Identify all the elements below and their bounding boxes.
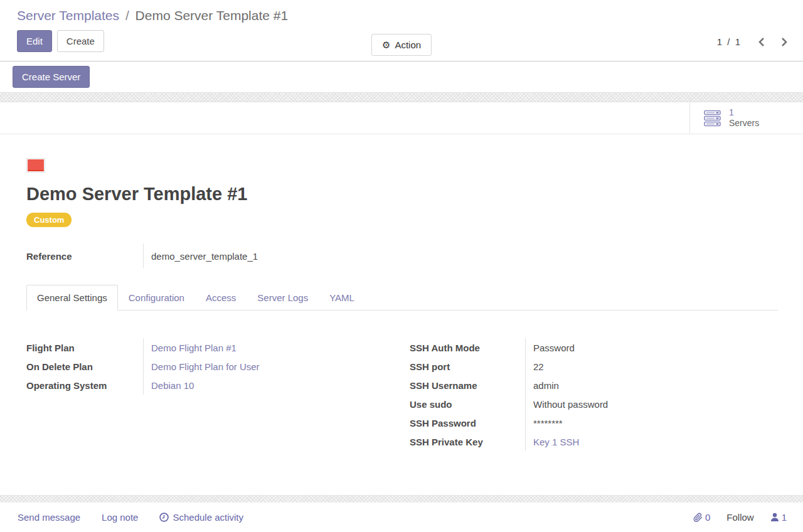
ssh-private-key-value-link[interactable]: Key 1 SSH xyxy=(533,437,579,447)
action-button[interactable]: ⚙ Action xyxy=(371,34,432,56)
schedule-activity-label: Schedule activity xyxy=(173,512,243,523)
gear-icon: ⚙ xyxy=(382,40,390,50)
log-note-label: Log note xyxy=(102,512,138,523)
servers-stat-button[interactable]: 1 Servers xyxy=(689,102,803,134)
chatter-right-group: 0 Follow 1 xyxy=(693,512,787,523)
chevron-left-icon[interactable] xyxy=(758,37,765,47)
operating-system-label: Operating System xyxy=(26,376,143,395)
background-hatch-strip-bottom xyxy=(0,495,803,503)
follower-person-icon xyxy=(770,513,779,522)
ssh-password-label: SSH Password xyxy=(410,413,525,432)
follow-button[interactable]: Follow xyxy=(726,512,753,523)
servers-stat-text: 1 Servers xyxy=(729,107,759,129)
operating-system-value-link[interactable]: Debian 10 xyxy=(151,380,194,391)
breadcrumb-current: Demo Server Template #1 xyxy=(136,8,289,23)
use-sudo-value: Without password xyxy=(525,395,778,413)
record-title: Demo Server Template #1 xyxy=(26,184,778,205)
general-settings-pane: Flight Plan Demo Flight Plan #1 On Delet… xyxy=(26,311,778,451)
tab-configuration[interactable]: Configuration xyxy=(118,285,195,311)
control-panel: Server Templates / Demo Server Template … xyxy=(0,0,803,61)
create-button[interactable]: Create xyxy=(57,30,104,52)
sheet-content: Demo Server Template #1 Custom Reference… xyxy=(0,134,803,495)
field-group-right: SSH Auth Mode Password SSH port 22 SSH U… xyxy=(410,338,778,451)
template-color-swatch-fill xyxy=(28,159,44,171)
pager-value: 1 / 1 xyxy=(717,36,742,47)
send-message-button[interactable]: Send message xyxy=(18,512,80,523)
paperclip-icon xyxy=(693,513,703,523)
use-sudo-label: Use sudo xyxy=(410,395,525,413)
attachment-count: 0 xyxy=(705,512,710,523)
ssh-username-value: admin xyxy=(525,376,778,395)
servers-stat-label: Servers xyxy=(729,118,759,129)
button-box-row: 1 Servers xyxy=(0,102,803,134)
create-server-button[interactable]: Create Server xyxy=(13,66,90,88)
on-delete-plan-value-link[interactable]: Demo Flight Plan for User xyxy=(151,361,260,372)
reference-value: demo_server_template_1 xyxy=(143,243,403,269)
tab-yaml[interactable]: YAML xyxy=(319,285,365,311)
reference-label: Reference xyxy=(26,243,143,269)
reference-field-row: Reference demo_server_template_1 xyxy=(26,243,403,269)
breadcrumb: Server Templates / Demo Server Template … xyxy=(17,8,788,24)
template-color-swatch xyxy=(26,158,45,173)
tab-general-settings[interactable]: General Settings xyxy=(26,285,118,311)
action-button-label: Action xyxy=(395,40,421,50)
pager: 1 / 1 xyxy=(717,36,788,47)
schedule-activity-button[interactable]: Schedule activity xyxy=(159,512,243,523)
on-delete-plan-label: On Delete Plan xyxy=(26,357,143,376)
field-group-left: Flight Plan Demo Flight Plan #1 On Delet… xyxy=(26,338,395,451)
status-bar: Create Server xyxy=(0,61,803,93)
tab-server-logs[interactable]: Server Logs xyxy=(247,285,319,311)
background-hatch-strip-top xyxy=(0,93,803,102)
ssh-private-key-label: SSH Private Key xyxy=(410,432,525,451)
servers-icon xyxy=(704,110,723,127)
followers-button[interactable]: 1 xyxy=(770,512,787,523)
servers-stat-count: 1 xyxy=(729,107,759,118)
edit-button[interactable]: Edit xyxy=(17,30,52,52)
ssh-username-label: SSH Username xyxy=(410,376,525,395)
ssh-port-label: SSH port xyxy=(410,357,525,376)
ssh-port-value: 22 xyxy=(525,357,778,376)
follower-count: 1 xyxy=(782,512,787,523)
chevron-right-icon[interactable] xyxy=(781,37,788,47)
breadcrumb-separator: / xyxy=(123,8,132,23)
flight-plan-value-link[interactable]: Demo Flight Plan #1 xyxy=(151,343,237,353)
form-sheet: 1 Servers Demo Server Template #1 Custom… xyxy=(0,102,803,495)
log-note-button[interactable]: Log note xyxy=(102,512,138,523)
ssh-auth-mode-label: SSH Auth Mode xyxy=(410,338,525,357)
ssh-password-value: ******** xyxy=(525,413,778,432)
tab-access[interactable]: Access xyxy=(195,285,247,311)
flight-plan-label: Flight Plan xyxy=(26,338,143,357)
notebook-tabs: General Settings Configuration Access Se… xyxy=(26,285,778,311)
send-message-label: Send message xyxy=(18,512,80,523)
custom-badge: Custom xyxy=(26,213,72,227)
chatter-bar: Send message Log note Schedule activity … xyxy=(0,503,803,532)
clock-icon xyxy=(159,513,169,522)
breadcrumb-parent-link[interactable]: Server Templates xyxy=(17,8,119,23)
attachments-button[interactable]: 0 xyxy=(693,512,710,523)
ssh-auth-mode-value: Password xyxy=(525,338,778,357)
